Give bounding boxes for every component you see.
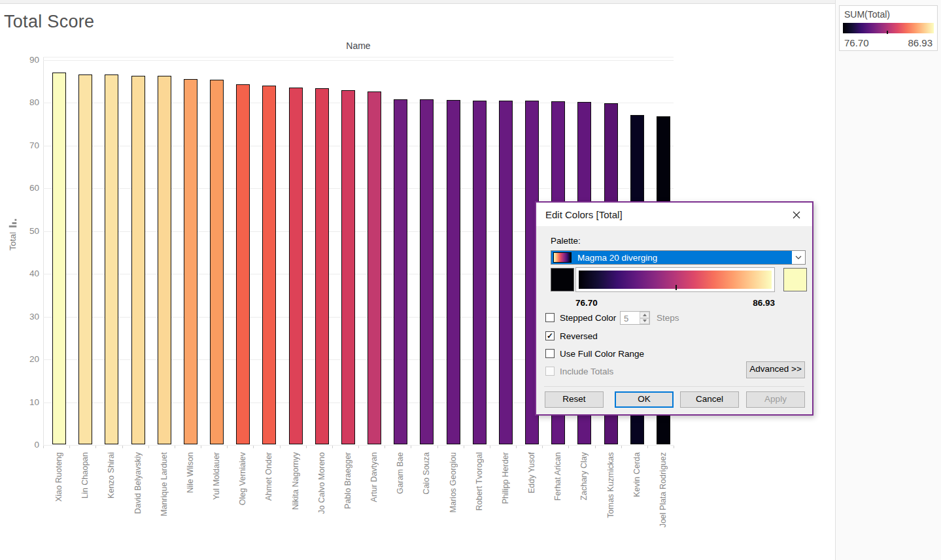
legend-title: SUM(Total): [844, 9, 890, 20]
x-category-label[interactable]: Artur Davtyan: [369, 452, 379, 502]
chevron-down-icon[interactable]: [792, 251, 805, 264]
dialog-range-max: 86.93: [753, 298, 775, 308]
bar[interactable]: [394, 99, 407, 444]
window-top-strip: [0, 0, 941, 4]
gradient-midpoint-tick-icon: [676, 285, 677, 290]
category-tick: [542, 446, 543, 448]
bar[interactable]: [105, 74, 118, 444]
x-category-label[interactable]: Oleg Verniaiev: [238, 452, 248, 505]
advanced-button[interactable]: Advanced >>: [746, 361, 805, 378]
bar[interactable]: [341, 90, 355, 444]
include-totals-checkbox: [545, 367, 555, 376]
reversed-label[interactable]: Reversed: [560, 331, 598, 341]
x-category-label[interactable]: Garam Bae: [396, 452, 405, 494]
x-category-label[interactable]: Lin Chaopan: [80, 452, 90, 499]
bar[interactable]: [499, 101, 513, 444]
palette-selected-value: Magma 20 diverging: [572, 253, 792, 263]
bar[interactable]: [289, 88, 303, 444]
bar[interactable]: [52, 73, 66, 444]
y-tick-label: 90: [5, 55, 39, 65]
bar[interactable]: [184, 79, 197, 444]
y-tick-label: 30: [5, 312, 39, 321]
ok-button[interactable]: OK: [615, 391, 674, 408]
end-color-swatch[interactable]: [783, 268, 807, 291]
x-category-label[interactable]: Zachary Clay: [579, 452, 589, 501]
x-category-label[interactable]: Tomas Kuzmickas: [606, 452, 616, 518]
column-field-label[interactable]: Name: [43, 41, 674, 51]
x-category-label[interactable]: Robert Tvorogal: [475, 452, 485, 510]
category-tick: [227, 446, 228, 448]
color-legend-card[interactable]: SUM(Total) 76.70 86.93: [839, 5, 938, 51]
y-tick-label: 20: [5, 354, 39, 364]
apply-button: Apply: [746, 391, 805, 408]
y-tick-label: 40: [5, 269, 39, 278]
reversed-checkbox[interactable]: ✓: [545, 331, 555, 340]
steps-spinner[interactable]: 5: [620, 311, 650, 325]
reset-button[interactable]: Reset: [545, 391, 604, 408]
bar[interactable]: [210, 80, 224, 444]
x-category-label[interactable]: Pablo Braegger: [343, 452, 353, 509]
bar[interactable]: [473, 101, 487, 444]
steps-value[interactable]: 5: [621, 312, 640, 324]
steps-label: Steps: [657, 313, 679, 323]
dialog-title: Edit Colors [Total]: [545, 209, 623, 220]
x-category-label[interactable]: Xiao Ruoteng: [54, 452, 64, 502]
dialog-titlebar[interactable]: Edit Colors [Total]: [536, 203, 812, 226]
use-full-color-range-checkbox[interactable]: [545, 349, 555, 358]
stepped-color-checkbox[interactable]: [545, 313, 555, 322]
x-category-label[interactable]: Joel Plata Rodriguez: [659, 452, 668, 527]
x-category-label[interactable]: Manrique Larduet: [160, 452, 169, 516]
category-tick: [674, 446, 674, 448]
y-tick-label: 50: [5, 226, 39, 236]
legend-max-value: 86.93: [908, 37, 932, 48]
bar[interactable]: [447, 100, 460, 444]
spinner-up-icon[interactable]: [640, 312, 649, 318]
category-tick: [647, 446, 648, 448]
bar[interactable]: [368, 91, 381, 444]
y-tick-label: 60: [5, 183, 39, 193]
x-category-label[interactable]: Ferhat Arican: [553, 452, 563, 501]
category-tick: [621, 446, 622, 448]
x-category-label[interactable]: Kenzo Shirai: [107, 452, 116, 499]
x-category-label[interactable]: Philipp Herder: [501, 452, 511, 504]
x-category-label[interactable]: Marios Georgiou: [449, 452, 458, 512]
bar[interactable]: [420, 99, 434, 444]
spinner-down-icon[interactable]: [640, 318, 649, 325]
category-tick: [464, 446, 464, 448]
category-tick: [437, 446, 438, 448]
bar[interactable]: [262, 86, 276, 444]
close-icon[interactable]: [787, 208, 806, 222]
bar[interactable]: [78, 74, 92, 444]
sheet-title: Total Score: [4, 12, 94, 32]
category-tick: [148, 446, 149, 448]
column-header-divider: [43, 57, 674, 58]
x-category-label[interactable]: Nikita Nagornyy: [291, 452, 301, 510]
x-category-label[interactable]: Nile Wilson: [186, 452, 196, 493]
stepped-color-label[interactable]: Stepped Color: [560, 313, 616, 323]
palette-preview-icon: [553, 252, 572, 263]
cancel-button[interactable]: Cancel: [680, 391, 739, 408]
palette-dropdown[interactable]: Magma 20 diverging: [551, 250, 806, 265]
x-category-label[interactable]: Jo Calvo Moreno: [317, 452, 327, 514]
bar[interactable]: [131, 76, 145, 444]
legend-color-gradient[interactable]: [843, 23, 934, 33]
bar[interactable]: [315, 88, 329, 444]
x-category-label[interactable]: Ahmet Onder: [264, 452, 274, 501]
x-category-label[interactable]: David Belyavskiy: [133, 452, 143, 514]
x-category-label[interactable]: Yul Moldauer: [212, 452, 222, 500]
use-full-color-range-label[interactable]: Use Full Color Range: [560, 349, 644, 359]
dialog-range-min: 76.70: [575, 298, 598, 308]
category-tick: [385, 446, 385, 448]
x-category-label[interactable]: Kevin Cerda: [632, 452, 642, 497]
category-tick: [201, 446, 201, 448]
dialog-color-gradient[interactable]: [579, 271, 772, 289]
category-tick: [122, 446, 123, 448]
bar[interactable]: [158, 76, 171, 444]
bar[interactable]: [236, 84, 250, 444]
category-tick: [490, 446, 490, 448]
start-color-swatch[interactable]: [551, 268, 574, 291]
x-category-label[interactable]: Eddy Yusof: [527, 452, 537, 493]
category-tick: [411, 446, 411, 448]
x-category-label[interactable]: Caio Souza: [422, 452, 432, 495]
include-totals-label: Include Totals: [560, 367, 613, 376]
